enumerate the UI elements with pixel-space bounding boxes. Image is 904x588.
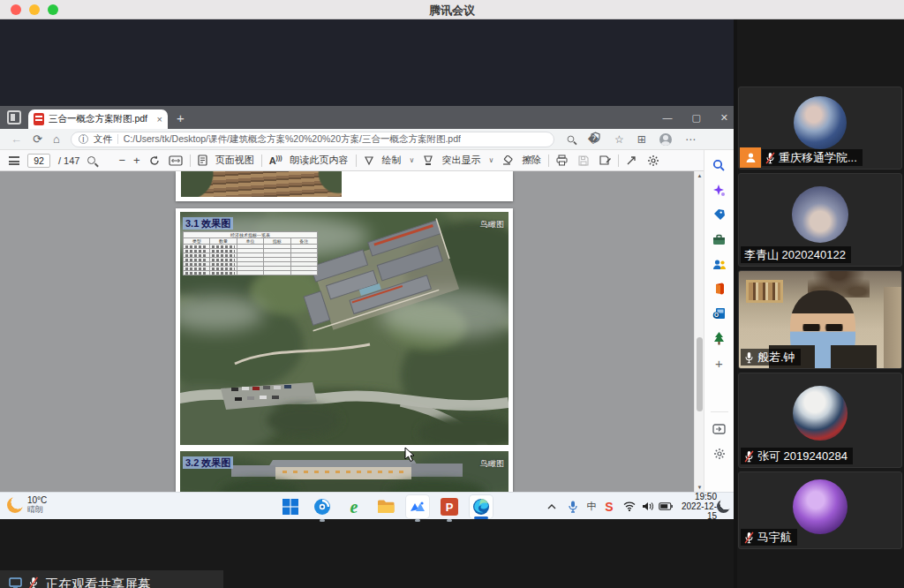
profile-avatar-icon[interactable] — [659, 133, 672, 146]
sidebar-settings-icon[interactable] — [712, 446, 727, 462]
tencent-meeting-icon[interactable] — [406, 495, 429, 518]
window-controls: — ▢ ✕ — [662, 106, 728, 129]
participant-tile[interactable]: 重庆移通学院... — [738, 87, 902, 170]
fullscreen-icon[interactable] — [626, 155, 637, 166]
participant-tile[interactable]: 马宇航 — [738, 471, 902, 549]
home-icon[interactable]: ⌂ — [53, 132, 60, 146]
mic-muted-icon — [28, 577, 39, 588]
tracking-shield-icon[interactable]: �︎ — [588, 133, 601, 146]
save-as-icon[interactable] — [599, 155, 611, 166]
stairs-photo — [181, 171, 342, 197]
pdf-page-previous — [176, 171, 513, 201]
favorite-star-icon[interactable]: ☆ — [614, 133, 624, 146]
scrollbar-thumb[interactable] — [697, 337, 703, 411]
share-banner-text: 正在观看共享屏幕 — [45, 575, 151, 588]
weather-temp: 10°C — [27, 495, 47, 505]
add-sidebar-icon[interactable]: + — [712, 355, 727, 371]
minimize-icon[interactable]: — — [662, 112, 672, 123]
svg-text:O: O — [714, 312, 719, 318]
zoom-out-icon[interactable]: − — [118, 154, 125, 167]
sidebar-divider — [711, 411, 728, 412]
erase-button[interactable]: 擦除 — [502, 154, 541, 167]
pdf-toolbar: / 147 − + 页面视图 A))) 朗读此页内容 — [0, 150, 704, 171]
collections-icon[interactable]: ⊞ — [637, 133, 646, 146]
zoom-indicator-icon[interactable] — [567, 136, 574, 143]
save-icon — [578, 155, 589, 166]
tree-icon[interactable] — [712, 330, 727, 346]
draw-caret-icon[interactable]: ∨ — [410, 156, 415, 164]
birdview-tag-1: 鸟瞰图 — [480, 219, 504, 230]
window-title: 腾讯会议 — [0, 3, 904, 19]
toolbox-icon[interactable] — [712, 231, 727, 247]
participant-tile[interactable]: 般若.钟 — [738, 270, 902, 369]
highlight-caret-icon[interactable]: ∨ — [488, 156, 493, 164]
refresh-icon[interactable]: ⟳ — [33, 132, 42, 146]
powerpoint-icon[interactable]: P — [438, 495, 461, 518]
participant-tile[interactable]: 李青山 2020240122 — [738, 173, 902, 267]
draw-button[interactable]: 绘制 ∨ — [364, 154, 415, 167]
people-icon[interactable] — [712, 256, 727, 272]
rotate-icon[interactable] — [148, 155, 161, 167]
read-aloud-button[interactable]: A))) 朗读此页内容 — [269, 154, 349, 167]
active-tab[interactable]: 三合一概念方案附图.pdf × — [28, 109, 168, 129]
wifi-icon[interactable] — [622, 493, 637, 520]
info-icon[interactable]: i — [79, 134, 88, 144]
erase-label: 擦除 — [522, 154, 541, 167]
browser-360-icon[interactable] — [311, 495, 334, 518]
page-view-button[interactable]: 页面视图 — [198, 154, 254, 167]
collapse-sidebar-icon[interactable] — [712, 421, 727, 437]
outlook-icon[interactable]: O — [712, 305, 727, 321]
weather-widget[interactable]: 10°C 晴朗 — [7, 495, 47, 514]
tray-chevron-icon[interactable] — [544, 493, 560, 520]
spec-table: 经济技术指标一览表 类型 数量 单位 指标 备注 — [183, 231, 318, 275]
tray-mic-icon[interactable] — [565, 493, 581, 520]
file-explorer-icon[interactable] — [374, 495, 397, 518]
search-icon[interactable] — [712, 157, 727, 173]
edge-active-indicator — [474, 516, 488, 519]
close-tab-icon[interactable]: × — [157, 114, 162, 124]
close-window-icon[interactable]: ✕ — [720, 112, 728, 124]
volume-icon[interactable] — [639, 493, 655, 520]
weather-moon-icon — [7, 497, 23, 513]
shopping-icon[interactable] — [712, 207, 727, 222]
ime-icon[interactable]: 中 — [584, 493, 599, 520]
pdf-scrollbar[interactable]: ▲ ▼ — [694, 171, 704, 492]
mic-muted-icon — [765, 152, 775, 164]
ie-icon[interactable]: e — [343, 495, 365, 518]
back-icon[interactable]: ← — [11, 132, 22, 146]
tray-clock[interactable]: 19:50 2022-12-15 — [676, 493, 717, 520]
edge-icon[interactable] — [470, 495, 493, 518]
address-field[interactable]: i 文件 C:/Users/tk/Desktop/课件/建筑概念方案%20%20… — [71, 132, 554, 147]
discover-icon[interactable] — [712, 182, 727, 198]
print-icon[interactable] — [556, 155, 568, 166]
edge-sidebar: O + — [704, 150, 734, 492]
page-number-input[interactable] — [27, 154, 50, 168]
participant-avatar — [792, 186, 848, 243]
sogou-icon[interactable]: S — [601, 493, 617, 520]
participant-panel: 重庆移通学院... 李青山 2020240122 般若.钟 — [737, 19, 904, 588]
start-icon[interactable] — [279, 495, 302, 518]
fit-width-icon[interactable] — [169, 155, 183, 166]
participant-avatar — [794, 96, 847, 149]
pdf-viewer[interactable]: 3.1 效果图 鸟瞰图 经济技术指标一览表 类型 数量 单位 指标 备注 — [0, 171, 694, 492]
new-tab-icon[interactable]: + — [177, 110, 185, 125]
read-aloud-label: 朗读此页内容 — [290, 154, 349, 167]
file-scheme-label: 文件 — [94, 133, 112, 146]
participant-tile[interactable]: 张可 2019240284 — [738, 373, 902, 468]
toc-icon[interactable] — [9, 156, 19, 165]
tab-actions-icon[interactable] — [7, 110, 21, 124]
office-icon[interactable] — [712, 281, 727, 297]
pdf-settings-icon[interactable] — [647, 155, 659, 167]
more-menu-icon[interactable]: ⋯ — [685, 133, 696, 146]
section-3-2-label: 3.2 效果图 — [183, 456, 233, 469]
zoom-in-icon[interactable]: + — [133, 154, 140, 167]
page-total: / 147 — [58, 155, 79, 166]
highlight-button[interactable]: 突出显示 ∨ — [423, 154, 493, 167]
participant-avatar — [793, 479, 848, 534]
pdf-file-icon — [34, 113, 44, 125]
battery-icon[interactable] — [657, 493, 674, 520]
night-mode-icon[interactable] — [715, 493, 731, 520]
maximize-icon[interactable]: ▢ — [691, 112, 700, 124]
mouse-cursor — [404, 447, 415, 463]
page-search-icon[interactable] — [87, 156, 95, 164]
